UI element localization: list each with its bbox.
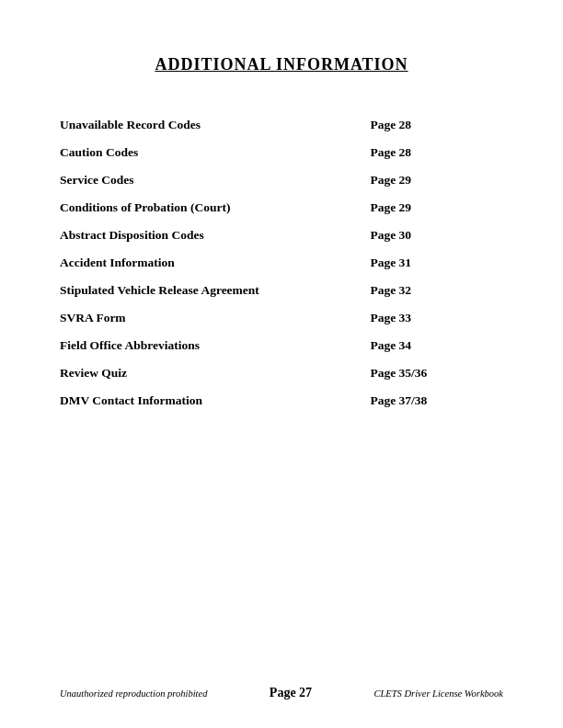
toc-item-label: Review Quiz bbox=[60, 359, 370, 387]
toc-item-label: Service Codes bbox=[60, 166, 370, 194]
toc-item-label: Unavailable Record Codes bbox=[60, 111, 370, 139]
toc-item-page: Page 29 bbox=[370, 194, 503, 222]
footer-center: Page 27 bbox=[270, 686, 312, 700]
toc-row: Field Office AbbreviationsPage 34 bbox=[60, 332, 503, 359]
toc-item-label: Field Office Abbreviations bbox=[60, 332, 370, 359]
toc-item-page: Page 35/36 bbox=[370, 359, 503, 387]
toc-row: Review QuizPage 35/36 bbox=[60, 359, 503, 387]
toc-item-page: Page 29 bbox=[370, 166, 503, 194]
page-footer: Unauthorized reproduction prohibited Pag… bbox=[60, 686, 503, 700]
toc-row: DMV Contact InformationPage 37/38 bbox=[60, 387, 503, 415]
toc-row: Accident InformationPage 31 bbox=[60, 249, 503, 277]
page-title: ADDITIONAL INFORMATION bbox=[60, 55, 503, 74]
page-container: ADDITIONAL INFORMATION Unavailable Recor… bbox=[0, 0, 563, 728]
toc-row: Unavailable Record CodesPage 28 bbox=[60, 111, 503, 139]
toc-item-label: Conditions of Probation (Court) bbox=[60, 194, 370, 222]
toc-item-page: Page 32 bbox=[370, 277, 503, 304]
toc-item-label: DMV Contact Information bbox=[60, 387, 370, 415]
toc-item-label: Accident Information bbox=[60, 249, 370, 277]
toc-row: Abstract Disposition CodesPage 30 bbox=[60, 222, 503, 249]
toc-item-label: SVRA Form bbox=[60, 304, 370, 332]
toc-item-label: Stipulated Vehicle Release Agreement bbox=[60, 277, 370, 304]
toc-item-page: Page 31 bbox=[370, 249, 503, 277]
toc-row: Conditions of Probation (Court)Page 29 bbox=[60, 194, 503, 222]
toc-item-page: Page 34 bbox=[370, 332, 503, 359]
toc-item-page: Page 33 bbox=[370, 304, 503, 332]
toc-item-page: Page 37/38 bbox=[370, 387, 503, 415]
footer-left: Unauthorized reproduction prohibited bbox=[60, 688, 207, 699]
toc-row: Caution CodesPage 28 bbox=[60, 139, 503, 166]
toc-row: Service CodesPage 29 bbox=[60, 166, 503, 194]
footer-right: CLETS Driver License Workbook bbox=[374, 688, 503, 699]
toc-item-page: Page 30 bbox=[370, 222, 503, 249]
toc-row: Stipulated Vehicle Release AgreementPage… bbox=[60, 277, 503, 304]
toc-item-page: Page 28 bbox=[370, 111, 503, 139]
toc-item-page: Page 28 bbox=[370, 139, 503, 166]
toc-item-label: Caution Codes bbox=[60, 139, 370, 166]
toc-row: SVRA FormPage 33 bbox=[60, 304, 503, 332]
toc-item-label: Abstract Disposition Codes bbox=[60, 222, 370, 249]
toc-table: Unavailable Record CodesPage 28Caution C… bbox=[60, 111, 503, 415]
